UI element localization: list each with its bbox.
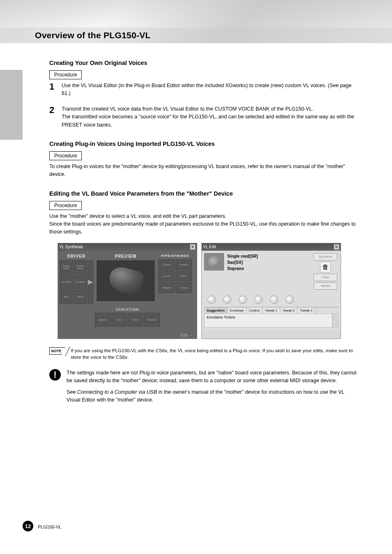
info-text: Emulative Timbre (207, 315, 235, 319)
scrollbar[interactable] (332, 314, 338, 327)
ss2-close-icon[interactable]: ✕ (334, 244, 339, 250)
preview-label: PREVIEW (97, 252, 155, 260)
step-2-text: Transmit the created VL voice data from … (62, 105, 357, 129)
ss2-line1: Single reed[SR] (227, 253, 313, 259)
ss2-line2: Sax[SX] (227, 259, 313, 265)
board-para2: Since the board voices are predominantly… (49, 221, 356, 235)
ss2-titlebar: VL Edit ✕ (202, 243, 341, 251)
tabs-row: Suggestion Envelope Control Tweak 1 Twea… (204, 307, 338, 314)
ss1-close-icon[interactable]: ✕ (190, 244, 196, 250)
step2-text-cont: The transmitted voice becomes a "source … (62, 114, 354, 127)
procedure-label-2: Procedure (49, 151, 82, 160)
thumb-shape-icon (208, 256, 220, 268)
note-icon: NOTE (49, 347, 66, 355)
recall-button[interactable]: Recall (314, 282, 337, 290)
pipe-cell[interactable]: Straight (175, 259, 192, 270)
ss1-title: VL Synthesis (59, 245, 83, 249)
heading-plugin-edit: Creating Plug-in Voices Using Imported P… (49, 141, 357, 147)
step-num-2: 2 (49, 105, 62, 129)
ss2-line3: Soprano (227, 265, 313, 272)
preview-box (97, 260, 155, 301)
ss2-title: VL Edit (203, 245, 216, 249)
pipe-cell[interactable]: Flare (175, 271, 192, 282)
edit-link[interactable]: Edit → (58, 332, 197, 339)
plugin-edit-para: To create Plug-in voices for the "mother… (49, 163, 357, 179)
procedure-label-1: Procedure (49, 70, 82, 79)
header-banner: Overview of the PLG150-VL (0, 0, 392, 43)
synthesis-button[interactable]: Synthesis (314, 253, 337, 261)
tab-suggestion[interactable]: Suggestion (204, 307, 228, 314)
notice-text: The settings made here are not Plug-in v… (67, 369, 357, 404)
step2-text-main: Transmit the created VL voice data from … (62, 106, 314, 112)
knob-icon[interactable] (286, 295, 294, 304)
content-area: Creating Your Own Original Voices Proced… (0, 43, 392, 404)
knob-icon[interactable] (208, 295, 216, 304)
heading-board-edit: Editing the VL Board Voice Parameters fr… (49, 190, 357, 197)
ss2-thumb (204, 253, 224, 270)
note-text: If you are using the PLG150-VL with the … (71, 347, 357, 361)
pipe-label: PIPE/STRINGS (158, 252, 192, 259)
info-box: Emulative Timbre (204, 314, 338, 328)
notice-para1: The settings made here are not Plug-in v… (67, 369, 357, 385)
notice-prefix: See (67, 389, 77, 395)
pipe-cell[interactable]: String (175, 282, 192, 293)
driver-arrow-icon[interactable]: ▶ (88, 260, 93, 304)
driver-cell[interactable]: Jet Reed (74, 275, 87, 289)
var-cell[interactable]: Baritone (144, 313, 160, 327)
screenshots-row: VL Synthesis ✕ DRIVER Single Reed Double… (58, 243, 357, 339)
page-number: 12 (23, 521, 33, 531)
preview-shape-icon (107, 264, 145, 297)
trash-icon[interactable]: 🗑 (320, 262, 331, 272)
driver-label: DRIVER (60, 252, 93, 260)
step-num-1: 1 (49, 82, 62, 98)
notice-para2: See Connecting to a Computer via USB in … (67, 388, 357, 404)
knob-icon[interactable] (223, 295, 231, 304)
tab-control[interactable]: Control (247, 307, 263, 314)
knob-icon[interactable] (254, 295, 263, 304)
driver-cell[interactable]: Single Reed (60, 260, 73, 274)
board-para1: Use the "mother" device to select a VL v… (49, 213, 226, 219)
vl-synthesis-window: VL Synthesis ✕ DRIVER Single Reed Double… (58, 243, 197, 339)
var-cell[interactable]: Soprano (95, 313, 111, 327)
driver-cell[interactable]: Pluck (74, 290, 87, 304)
knob-icon[interactable] (270, 295, 278, 304)
variation-label: VARIATION (58, 307, 197, 312)
tab-tweak1[interactable]: Tweak 1 (263, 307, 280, 314)
heading-creating: Creating Your Own Original Voices (49, 60, 357, 66)
pipe-cell[interactable]: Straight (158, 282, 175, 293)
clear-button[interactable]: Clear (314, 274, 337, 281)
page-title: Overview of the PLG150-VL (35, 30, 392, 40)
step-1-text: Use the VL Visual Editor (in the Plug-in… (62, 82, 357, 98)
driver-cell[interactable]: Bow (60, 290, 73, 304)
usb-link: Connecting to a Computer via USB (77, 389, 157, 395)
board-edit-para: Use the "mother" device to select a VL v… (49, 212, 357, 236)
driver-cell[interactable]: Lip Reed (60, 275, 73, 289)
title-bar: Overview of the PLG150-VL (0, 28, 392, 43)
knobs-row (204, 293, 338, 307)
ss1-titlebar: VL Synthesis ✕ (58, 243, 197, 251)
pipe-cell[interactable]: Conical (158, 259, 175, 270)
vl-edit-window: VL Edit ✕ Single reed[SR] Sax[SX] Sopran… (201, 243, 341, 339)
knob-icon[interactable] (239, 295, 247, 304)
pipe-cell[interactable]: Conical (158, 271, 175, 282)
footer-text: PLG150-VL (38, 524, 61, 529)
var-cell[interactable]: Tenor (128, 313, 143, 327)
tab-tweak2[interactable]: Tweak 2 (280, 307, 298, 314)
ss2-info-lines: Single reed[SR] Sax[SX] Soprano (224, 253, 313, 290)
driver-cell[interactable]: Double Reed (74, 260, 87, 274)
tab-tweak3[interactable]: Tweak 3 (297, 307, 315, 314)
var-cell[interactable]: Alto (111, 313, 127, 327)
tab-envelope[interactable]: Envelope (228, 307, 247, 314)
procedure-label-3: Procedure (49, 201, 82, 210)
side-tab (0, 70, 23, 140)
exclamation-icon: ! (49, 369, 61, 381)
